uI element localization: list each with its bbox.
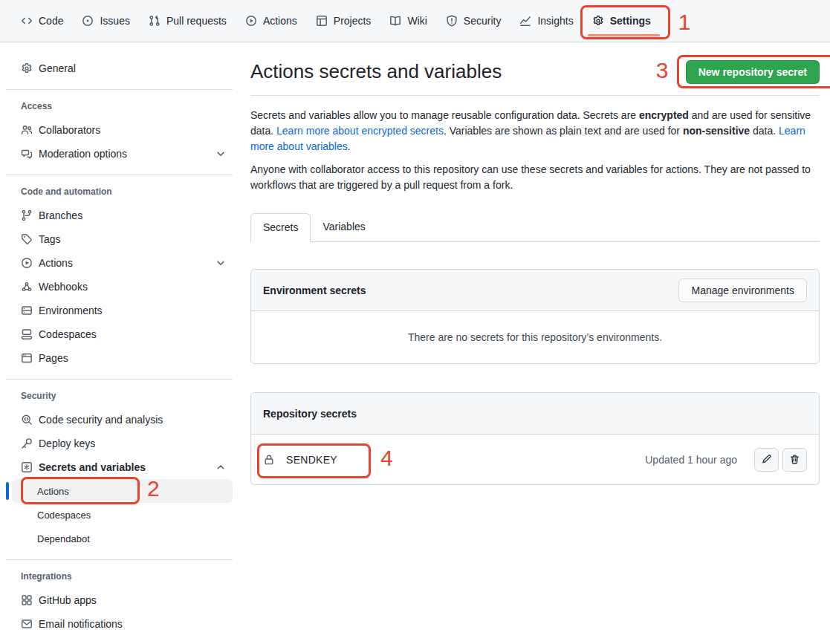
sidebar-item-deploy-keys[interactable]: Deploy keys <box>6 432 233 455</box>
issue-opened-icon <box>82 15 94 27</box>
tab-label: Security <box>464 15 502 27</box>
sidebar-item-moderation-options[interactable]: Moderation options <box>6 142 233 166</box>
play-icon <box>21 257 33 269</box>
browser-icon <box>21 352 33 364</box>
sidebar-item-label: Codespaces <box>39 328 97 340</box>
sidebar-item-label: Code security and analysis <box>39 414 163 426</box>
tab-projects[interactable]: Projects <box>316 0 372 42</box>
comment-discussion-icon <box>21 148 33 160</box>
tab-security[interactable]: Security <box>446 0 502 42</box>
sidebar-item-label: Pages <box>39 352 68 364</box>
tab-label: Code <box>39 15 63 27</box>
sidebar-subitem-dependabot[interactable]: Dependabot <box>12 527 233 550</box>
gear-icon <box>21 62 33 74</box>
sidebar-item-label: Actions <box>39 257 73 269</box>
sidebar-item-email-notifications[interactable]: Email notifications <box>6 612 233 636</box>
sidebar-subitem-label: Dependabot <box>37 533 90 544</box>
sidebar-section-code-automation: Code and automation <box>6 181 233 202</box>
sidebar-item-label: Secrets and variables <box>39 461 146 473</box>
sidebar-item-code-security[interactable]: Code security and analysis <box>6 408 233 432</box>
sidebar-item-branches[interactable]: Branches <box>6 204 233 227</box>
tab-label: Issues <box>100 15 129 27</box>
manage-environments-button[interactable]: Manage environments <box>678 279 807 302</box>
sidebar-item-label: Collaborators <box>39 124 100 136</box>
sidebar-item-label: Tags <box>39 233 61 245</box>
sidebar-divider <box>6 379 233 380</box>
tab-label: Projects <box>334 15 372 27</box>
trash-icon <box>789 454 800 465</box>
tab-code[interactable]: Code <box>21 0 63 42</box>
sidebar-divider <box>6 175 233 175</box>
sidebar-section-integrations: Integrations <box>6 566 233 587</box>
shield-icon <box>446 15 458 27</box>
sidebar-item-label: Branches <box>39 209 82 221</box>
book-icon <box>389 15 401 27</box>
inline-link[interactable]: Learn more about encrypted secrets <box>276 125 444 137</box>
graph-icon <box>519 15 531 27</box>
sidebar-section-access: Access <box>6 96 233 117</box>
chevron-down-icon <box>215 148 227 160</box>
key-icon <box>21 438 33 449</box>
sidebar-subitem-actions[interactable]: Actions 2 <box>12 479 233 503</box>
sidebar-item-pages[interactable]: Pages <box>6 346 233 370</box>
tab-secrets[interactable]: Secrets <box>250 213 311 242</box>
sidebar-item-environments[interactable]: Environments <box>6 299 233 322</box>
sidebar-item-label: Deploy keys <box>39 438 95 449</box>
repository-secrets-title: Repository secrets <box>263 408 357 420</box>
sidebar-item-tags[interactable]: Tags <box>6 227 233 251</box>
tab-label: Insights <box>537 15 573 27</box>
edit-secret-button[interactable] <box>754 448 779 472</box>
sidebar-section-security: Security <box>6 386 233 406</box>
codespaces-icon <box>21 328 33 340</box>
tab-issues[interactable]: Issues <box>82 0 129 42</box>
tag-icon <box>21 233 33 245</box>
sidebar-item-label: Email notifications <box>39 618 123 630</box>
server-icon <box>21 305 33 316</box>
sidebar-item-github-apps[interactable]: GitHub apps <box>6 588 233 612</box>
secret-row: SENDKEY 4 Updated 1 hour ago <box>251 435 819 484</box>
sidebar-item-actions[interactable]: Actions <box>6 251 233 275</box>
tab-variables[interactable]: Variables <box>311 213 377 241</box>
mail-icon <box>21 618 33 630</box>
tab-wiki[interactable]: Wiki <box>389 0 427 42</box>
tab-settings[interactable]: Settings 1 <box>592 0 651 42</box>
chevron-down-icon <box>215 257 227 269</box>
sidebar-subitem-label: Actions <box>37 486 69 497</box>
main-content: Actions secrets and variables New reposi… <box>250 59 820 485</box>
annotation-number-2: 2 <box>147 478 160 500</box>
secret-updated-text: Updated 1 hour ago <box>645 454 737 466</box>
annotation-number-1: 1 <box>678 11 691 33</box>
sidebar-subitem-codespaces[interactable]: Codespaces <box>12 503 233 527</box>
secrets-variables-tabnav: Secrets Variables <box>250 213 820 242</box>
git-pull-request-icon <box>149 15 161 27</box>
secret-name-label: SENDKEY <box>286 454 337 466</box>
lock-icon <box>263 454 275 466</box>
sidebar-item-webhooks[interactable]: Webhooks <box>6 275 233 299</box>
people-icon <box>21 124 33 136</box>
table-icon <box>316 15 328 27</box>
sidebar-divider <box>6 559 233 560</box>
sidebar-item-general[interactable]: General <box>6 56 233 80</box>
pencil-icon <box>761 454 772 465</box>
sidebar-item-label: GitHub apps <box>39 594 97 606</box>
secret-name: SENDKEY 4 <box>263 454 337 466</box>
tab-label: Wiki <box>407 15 427 27</box>
sidebar-divider <box>6 89 233 90</box>
sidebar-item-collaborators[interactable]: Collaborators <box>6 118 233 142</box>
delete-secret-button[interactable] <box>782 448 807 472</box>
sidebar-item-codespaces[interactable]: Codespaces <box>6 322 233 346</box>
settings-sidebar: General Access Collaborators Moderation … <box>6 56 233 636</box>
sidebar-item-label: General <box>39 62 76 74</box>
gear-icon <box>592 15 604 27</box>
intro-paragraph-2: Anyone with collaborator access to this … <box>250 162 820 193</box>
tab-label: Pull requests <box>166 15 227 27</box>
intro-paragraph-1: Secrets and variables allow you to manag… <box>250 108 820 155</box>
sidebar-item-label: Webhooks <box>39 281 88 293</box>
tab-actions[interactable]: Actions <box>245 0 297 42</box>
tab-pull-requests[interactable]: Pull requests <box>149 0 227 42</box>
apps-icon <box>21 594 33 606</box>
tab-insights[interactable]: Insights <box>519 0 573 42</box>
sidebar-item-secrets-variables[interactable]: Secrets and variables <box>6 455 233 479</box>
environment-secrets-title: Environment secrets <box>263 284 366 296</box>
new-repository-secret-button[interactable]: New repository secret <box>686 60 820 84</box>
